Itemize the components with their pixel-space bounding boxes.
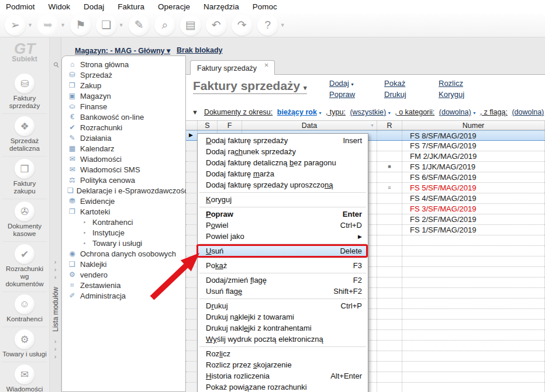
menu-item[interactable]: Podmiot — [6, 2, 35, 11]
chevron-right-icon[interactable]: › — [54, 345, 57, 353]
filter-funnel-icon[interactable]: ▼ — [192, 109, 198, 116]
sidebar-module[interactable]: ✔ Rozrachunki wg dokumentów — [2, 242, 47, 292]
tab-faktury-sprzedazy[interactable]: Faktury sprzedaży ✕ — [190, 60, 275, 75]
context-menu-item[interactable]: Usuń Delete ▶ — [198, 245, 368, 256]
tree-item[interactable]: ✔ Rozrachunki — [62, 122, 185, 133]
toolbar-button[interactable]: ▤ ▼ — [180, 15, 201, 36]
filter-segment[interactable]: (dowolna) — [439, 108, 471, 116]
lock-status-link[interactable]: Brak blokady — [177, 46, 223, 54]
toolbar-button[interactable]: ➢ ▼ — [5, 15, 33, 36]
context-menu-item[interactable]: Rozlicz ▶ — [198, 348, 368, 359]
chevron-right-icon[interactable]: › — [54, 338, 57, 345]
tree-item[interactable]: ✉ Wiadomości SMS — [62, 164, 185, 175]
context-menu-item[interactable]: Popraw Enter ▶ — [198, 209, 368, 220]
action-link[interactable]: Drukuj — [384, 90, 406, 99]
context-menu-item[interactable]: Drukuj naklejki z kontrahentami ▶ — [198, 322, 368, 334]
sidebar-module[interactable]: ✇ Dokumenty kasowe — [2, 199, 47, 242]
tree-item[interactable]: • Towary i usługi — [62, 238, 185, 248]
context-menu-item[interactable]: Drukuj naklejki z towarami ▶ — [198, 311, 368, 322]
column-header[interactable]: F — [218, 121, 242, 130]
menu-item[interactable]: Narzędzia — [203, 2, 239, 11]
close-icon[interactable]: ✕ — [264, 62, 269, 68]
chevron-right-icon[interactable]: › — [54, 266, 57, 273]
context-menu-item[interactable]: Historia rozliczenia Alt+Enter ▶ — [198, 370, 368, 381]
sidebar-module[interactable]: ⚙ Towary i usługi — [2, 327, 47, 362]
tree-item[interactable]: ⛁ Sprzedaż — [62, 70, 185, 80]
context-menu-item[interactable]: Dodaj fakturę sprzedaży Insert ▶ — [198, 135, 368, 146]
context-menu-item[interactable]: Pokaż F3 ▶ — [198, 260, 368, 271]
filter-segment[interactable]: , o kategorii: — [395, 108, 434, 116]
context-menu-item[interactable]: Powiel jako ▶ — [198, 231, 368, 242]
context-menu-item[interactable]: Dodaj/zmień flagę F2 ▶ — [198, 275, 368, 286]
tree-item[interactable]: ⌂ Strona główna — [62, 59, 185, 70]
sidebar-module[interactable]: ☺ Kontrahenci — [2, 292, 47, 327]
chevron-right-icon[interactable]: › — [54, 273, 57, 281]
column-header[interactable]: S — [198, 121, 218, 130]
toolbar-button[interactable]: ❏ ▼ — [96, 15, 124, 36]
chevron-right-icon[interactable]: › — [54, 258, 57, 266]
sidebar-module[interactable]: ❖ Sprzedaż detaliczna — [2, 114, 47, 157]
tree-item[interactable]: ▦ Kalendarz — [62, 143, 185, 154]
context-menu-item[interactable]: Wyślij wydruk pocztą elektroniczną ▶ — [198, 334, 368, 345]
toolbar-button[interactable]: ⌕ ▼ — [154, 15, 175, 36]
tree-item[interactable]: ⚙ vendero — [62, 269, 185, 280]
action-link[interactable]: Rozlicz — [439, 79, 463, 88]
context-menu-item[interactable]: Dodaj fakturę sprzedaży uproszczoną ▶ — [198, 179, 368, 190]
context-menu-item[interactable]: Powiel Ctrl+D ▶ — [198, 220, 368, 231]
page-title[interactable]: Faktury sprzedaży ▾ — [193, 79, 307, 94]
menu-item[interactable]: Faktura — [118, 2, 144, 11]
column-header[interactable] — [186, 121, 198, 130]
context-menu-item[interactable]: Pokaż powiązane rozrachunki ▶ — [198, 381, 368, 392]
filter-segment[interactable]: (dowolna) — [512, 108, 544, 116]
tree-item[interactable]: • Instytucje — [62, 227, 185, 238]
tree-item[interactable]: ❏ Deklaracje i e-Sprawozdawczość — [62, 185, 185, 196]
tree-item[interactable]: ✐ Administracja — [62, 290, 185, 301]
filter-segment[interactable]: , z flagą: — [480, 108, 508, 116]
context-menu-item[interactable]: Dodaj fakturę detaliczną bez paragonu ▶ — [198, 157, 368, 168]
action-link[interactable]: Dodaj — [329, 79, 349, 88]
chevron-down-icon[interactable]: ▼ — [119, 22, 124, 28]
tree-item[interactable]: ✎ Działania — [62, 133, 185, 143]
tree-item[interactable]: ❑ Naklejki — [62, 259, 185, 269]
tree-item[interactable]: ⛀ Finanse — [62, 101, 185, 112]
filter-segment[interactable]: (wszystkie) — [350, 108, 386, 116]
action-link[interactable]: Popraw — [329, 90, 355, 99]
tree-item[interactable]: ⚖ Polityka cenowa — [62, 175, 185, 185]
column-header[interactable]: Numer — [402, 121, 545, 130]
chevron-down-icon[interactable]: ▼ — [60, 22, 65, 28]
tree-item[interactable]: ❒ Zakup — [62, 80, 185, 91]
toolbar-button[interactable]: ➥ ▼ — [37, 15, 65, 36]
toolbar-button[interactable]: ⚑ ▼ — [70, 15, 91, 36]
column-header[interactable]: R — [377, 121, 402, 130]
sidebar-module[interactable]: ⛁ Faktury sprzedaży — [2, 71, 47, 114]
toolbar-button[interactable]: ↶ ▼ — [206, 15, 227, 36]
context-menu-item[interactable]: Drukuj Ctrl+P ▶ — [198, 300, 368, 311]
menu-item[interactable]: Operacje — [158, 2, 190, 11]
warehouse-selector-link[interactable]: Magazyn: - MAG - Główny ▾ — [75, 46, 170, 55]
action-link[interactable]: Pokaż — [384, 79, 405, 88]
tree-item[interactable]: ⛃ Ewidencje — [62, 196, 185, 206]
sidebar-module[interactable]: ❒ Faktury zakupu — [2, 157, 47, 199]
tree-item[interactable]: ❐ Kartoteki — [62, 206, 185, 217]
menu-item[interactable]: Pomoc — [253, 2, 277, 11]
menu-item[interactable]: Widok — [49, 2, 71, 11]
tree-item[interactable]: ⌗ Zestawienia — [62, 280, 185, 290]
tree-item[interactable]: € Bankowość on-line — [62, 112, 185, 122]
chevron-right-icon[interactable]: › — [54, 353, 57, 360]
filter-segment[interactable]: , typu: — [326, 108, 346, 116]
context-menu-item[interactable]: Dodaj fakturę marża ▶ — [198, 168, 368, 179]
toolbar-button[interactable]: ? ▼ — [257, 15, 285, 36]
context-menu-item[interactable]: Usuń flagę Shift+F2 ▶ — [198, 286, 368, 297]
filter-segment[interactable]: Dokumenty z okresu: — [204, 108, 272, 116]
chevron-down-icon[interactable]: ▼ — [27, 22, 33, 28]
toolbar-button[interactable]: ✎ ▼ — [129, 15, 150, 36]
context-menu-item[interactable]: Koryguj ▶ — [198, 194, 368, 205]
tree-item[interactable]: • Kontrahenci — [62, 217, 185, 227]
context-menu-item[interactable]: Dodaj rachunek sprzedaży ▶ — [198, 146, 368, 157]
filter-segment[interactable]: bieżący rok — [277, 108, 317, 116]
menu-item[interactable]: Dodaj — [84, 2, 104, 11]
action-link[interactable]: Koryguj — [439, 90, 464, 99]
tree-item[interactable]: ▣ Magazyn — [62, 91, 185, 101]
toolbar-button[interactable]: ↷ ▼ — [232, 15, 253, 36]
sidebar-module[interactable]: ✉ Wiadomości odebrane — [2, 362, 47, 392]
